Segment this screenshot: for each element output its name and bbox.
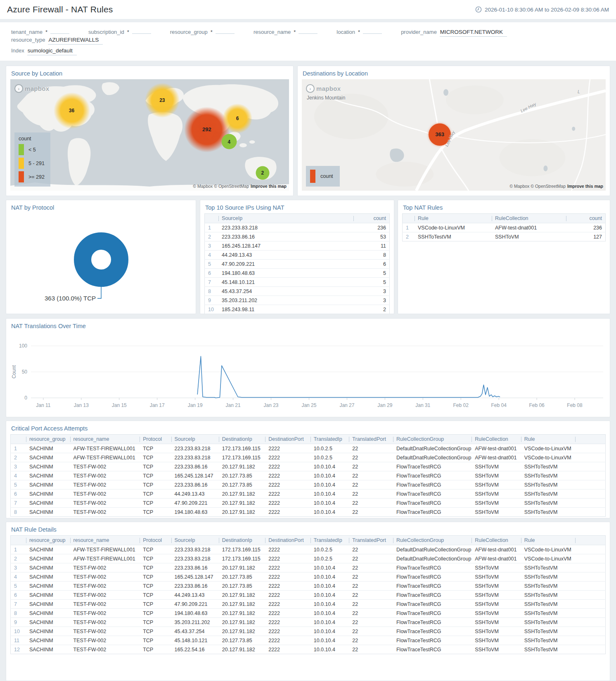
column-header[interactable]: resource_group [26, 435, 70, 444]
y-axis-label: Count [11, 365, 17, 378]
time-range-control[interactable]: 2026-01-10 8:30:06 AM to 2026-02-09 8:30… [475, 6, 609, 13]
column-header[interactable]: RuleCollection [492, 214, 566, 223]
filter-Index: Indexsumologic_default [11, 47, 77, 55]
filter-input[interactable] [216, 27, 235, 34]
table-cell: 22 [349, 453, 393, 462]
map-bubble[interactable]: 36 [54, 92, 90, 129]
column-header[interactable]: Rule [415, 214, 492, 223]
map-attribution: © Mapbox © OpenStreetMapImprove this map [193, 184, 287, 189]
table-cell: 22 [349, 618, 393, 627]
row-number-header [205, 214, 219, 223]
protocol-donut-chart[interactable]: 363 (100.0%) TCP [6, 213, 196, 312]
column-header[interactable]: RuleCollection [471, 435, 521, 444]
table-cell: 22 [349, 645, 393, 654]
column-header[interactable]: Rule [521, 536, 575, 545]
filter-input[interactable] [50, 27, 69, 34]
filter-input[interactable]: MICROSOFT.NETWORK [440, 29, 507, 37]
column-header[interactable]: DestinationPort [265, 435, 310, 444]
pond [543, 166, 547, 171]
column-header[interactable]: SourceIp [218, 214, 353, 223]
table-cell: 10.0.10.4 [310, 499, 349, 508]
column-header[interactable]: Rule [521, 435, 575, 444]
filter-input[interactable]: AZUREFIREWALLS [48, 37, 103, 45]
street-map[interactable]: 363 Jenkins Mountain Lee Hwy Lee Hwy L ›… [302, 79, 606, 191]
column-header[interactable]: DestinationIp [219, 435, 265, 444]
column-header[interactable]: TranslatedPort [349, 435, 393, 444]
column-header[interactable]: RuleCollectionGroup [393, 536, 471, 545]
table-cell: TCP [140, 453, 171, 462]
table-cell: TCP [140, 609, 171, 618]
table-cell: SACHINM [26, 600, 70, 609]
column-header[interactable]: resource_group [26, 536, 70, 545]
x-tick-label: Jan 29 [377, 402, 392, 408]
table-cell: AFW-test-dnat001 [471, 545, 521, 554]
table-cell: TEST-FW-002 [70, 480, 140, 489]
filter-input[interactable]: sumologic_default [27, 47, 77, 55]
mapbox-logo-link[interactable]: › mapbox [306, 84, 341, 93]
filter-input[interactable] [299, 27, 317, 34]
table-cell: TCP [140, 499, 171, 508]
column-header[interactable]: RuleCollection [471, 536, 521, 545]
column-header[interactable]: resource_name [70, 536, 140, 545]
mapbox-icon: › [14, 84, 23, 93]
column-header[interactable]: RuleCollectionGroup [393, 435, 471, 444]
column-header[interactable]: count [566, 214, 606, 223]
table-cell: 2222 [265, 582, 310, 591]
table-cell: SSHToVM [471, 609, 521, 618]
column-header[interactable]: SourceIp [171, 435, 219, 444]
legend-swatch [310, 170, 315, 183]
row-number: 1 [11, 545, 26, 554]
table-cell: 223.233.86.16 [171, 563, 219, 572]
column-header[interactable]: Protocol [140, 536, 171, 545]
table-cell: 223.233.83.218 [218, 223, 353, 232]
legend-swatch [19, 144, 24, 155]
table-cell: SSHToVM [471, 462, 521, 471]
donut-callout-label: 363 (100.0%) TCP [45, 295, 96, 302]
table-cell: 22 [349, 636, 393, 645]
row-number: 11 [11, 636, 26, 645]
map-bubble[interactable]: 4 [221, 134, 237, 149]
x-tick-label: Feb 04 [491, 402, 507, 408]
improve-map-link[interactable]: Improve this map [251, 184, 287, 189]
row-number: 6 [11, 489, 26, 499]
column-header[interactable]: TranslatedIp [310, 536, 349, 545]
column-header[interactable]: SourceIp [171, 536, 219, 545]
filter-input[interactable] [132, 27, 151, 34]
continent-africa [148, 112, 182, 161]
road-minor [442, 149, 469, 191]
table-cell: 223.233.86.16 [171, 480, 219, 489]
table-cell: SSHToTestVM [521, 591, 575, 600]
map-bubble[interactable]: 23 [145, 83, 180, 118]
column-header[interactable]: TranslatedIp [310, 435, 349, 444]
column-header[interactable]: DestinationPort [265, 536, 310, 545]
table-cell: 22 [349, 444, 393, 453]
filter-input[interactable] [363, 27, 382, 34]
nat-translations-line-chart[interactable]: 050100Jan 11Jan 13Jan 15Jan 17Jan 19Jan … [10, 332, 607, 414]
row-number: 10 [205, 305, 219, 314]
table-cell: SSHToVM [471, 591, 521, 600]
table-cell: 223.233.86.16 [171, 582, 219, 591]
table-cell: TEST-FW-002 [70, 471, 140, 480]
map-bubble[interactable]: 2 [256, 166, 269, 180]
table-cell: 47.90.209.221 [218, 260, 353, 269]
table-cell: FlowTraceTestRCG [393, 600, 471, 609]
improve-map-link[interactable]: Improve this map [567, 184, 603, 189]
world-map[interactable]: 3623292642 › mapbox count < 55 - 291>= 2… [10, 79, 289, 191]
map-bubble[interactable]: 6 [223, 104, 252, 133]
column-header[interactable]: TranslatedPort [349, 536, 393, 545]
column-header[interactable]: count [353, 214, 389, 223]
legend-label: < 5 [28, 147, 36, 153]
mapbox-logo-link[interactable]: › mapbox [14, 84, 49, 93]
column-header[interactable]: resource_name [70, 435, 140, 444]
table-cell: TCP [140, 618, 171, 627]
table-cell: SSHToTestVM [415, 232, 492, 241]
table-row: 745.148.10.1215 [205, 278, 390, 287]
column-header[interactable]: Protocol [140, 435, 171, 444]
table-cell: TCP [140, 563, 171, 572]
column-header [575, 536, 606, 545]
table-cell: AFW-test-dnat001 [471, 554, 521, 563]
table-cell: FlowTraceTestRCG [393, 582, 471, 591]
row-number: 9 [205, 296, 219, 305]
table-cell: 10.0.2.5 [310, 453, 349, 462]
column-header[interactable]: DestinationIp [219, 536, 265, 545]
